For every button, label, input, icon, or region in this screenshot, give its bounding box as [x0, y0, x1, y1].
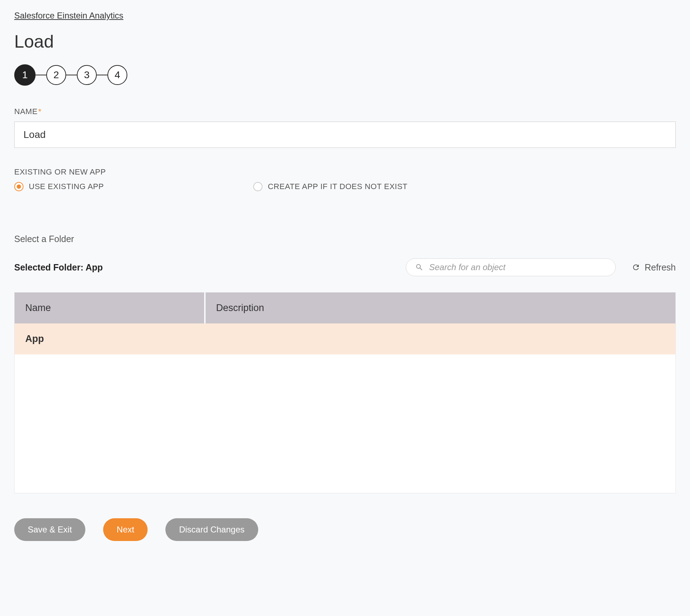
select-folder-label: Select a Folder — [14, 234, 676, 244]
table-row[interactable]: App — [15, 323, 676, 354]
name-label: NAME* — [14, 107, 676, 116]
discard-button[interactable]: Discard Changes — [165, 518, 258, 541]
name-label-text: NAME — [14, 107, 38, 116]
search-input[interactable] — [429, 262, 606, 272]
step-4[interactable]: 4 — [107, 65, 127, 85]
radio-use-existing-label: USE EXISTING APP — [29, 182, 104, 191]
step-connector — [97, 75, 107, 75]
search-box[interactable] — [406, 258, 616, 276]
selected-folder-prefix: Selected Folder: — [14, 262, 86, 272]
next-button[interactable]: Next — [103, 518, 148, 541]
selected-folder-text: Selected Folder: App — [14, 262, 103, 273]
table-header-name[interactable]: Name — [15, 293, 205, 324]
refresh-label: Refresh — [644, 262, 676, 273]
stepper: 1 2 3 4 — [14, 64, 676, 86]
radio-dot-icon — [17, 184, 21, 189]
app-choice-label: EXISTING OR NEW APP — [14, 167, 676, 177]
step-connector — [66, 75, 77, 75]
required-star: * — [38, 107, 42, 116]
selected-folder-value: App — [86, 262, 103, 272]
table-empty-area — [15, 354, 676, 493]
app-choice-group: USE EXISTING APP CREATE APP IF IT DOES N… — [14, 182, 676, 191]
table-header-description[interactable]: Description — [205, 293, 676, 324]
breadcrumb-link[interactable]: Salesforce Einstein Analytics — [14, 11, 123, 21]
page-title: Load — [14, 31, 676, 52]
refresh-icon — [632, 263, 640, 272]
folder-table: Name Description App — [14, 292, 676, 493]
radio-create-app-label: CREATE APP IF IT DOES NOT EXIST — [268, 182, 408, 191]
button-row: Save & Exit Next Discard Changes — [14, 518, 676, 541]
radio-circle-icon — [253, 182, 262, 191]
table-cell-description — [205, 323, 676, 354]
table-cell-name: App — [15, 323, 205, 354]
save-exit-button[interactable]: Save & Exit — [14, 518, 85, 541]
radio-circle-icon — [14, 182, 23, 191]
step-3[interactable]: 3 — [77, 65, 97, 85]
step-connector — [36, 75, 46, 75]
name-input[interactable] — [14, 122, 676, 148]
step-2[interactable]: 2 — [46, 65, 66, 85]
refresh-button[interactable]: Refresh — [632, 262, 676, 273]
step-1[interactable]: 1 — [14, 64, 36, 86]
radio-use-existing[interactable]: USE EXISTING APP — [14, 182, 104, 191]
radio-create-app[interactable]: CREATE APP IF IT DOES NOT EXIST — [253, 182, 408, 191]
search-icon — [415, 263, 424, 272]
